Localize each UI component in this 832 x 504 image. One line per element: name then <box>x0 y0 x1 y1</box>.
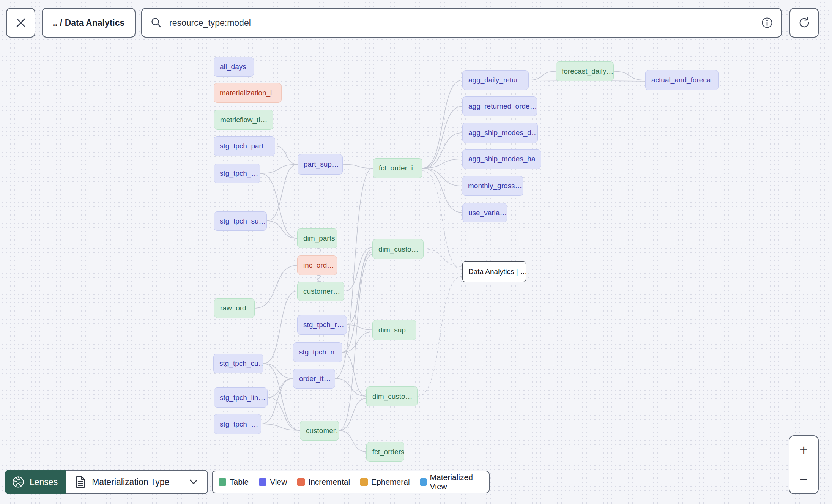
graph-node-view[interactable]: stg_tpch_… <box>214 414 261 434</box>
document-icon <box>75 476 86 488</box>
chevron-down-icon <box>189 479 198 485</box>
graph-node-view[interactable]: stg_tpch_cu… <box>213 354 263 373</box>
graph-node-table[interactable]: dim_sup… <box>372 320 416 340</box>
graph-node-table[interactable]: dim_parts <box>297 228 337 248</box>
legend-item: Incremental <box>297 477 350 487</box>
graph-node-table[interactable]: dim_custo… <box>366 386 418 406</box>
lens-selected-label: Materialization Type <box>92 477 183 487</box>
graph-node-view[interactable]: stg_tpch_n… <box>293 342 342 362</box>
graph-node-table[interactable]: fct_order_i… <box>373 158 422 178</box>
legend-swatch-view <box>259 478 266 486</box>
lenses-control: Lenses Materialization Type <box>5 470 208 494</box>
graph-node-view[interactable]: agg_returned_orde… <box>462 96 537 116</box>
graph-node-view[interactable]: stg_tpch_lin… <box>214 387 268 408</box>
graph-node-view[interactable]: agg_ship_modes_d… <box>462 123 538 143</box>
legend-label: Ephemeral <box>371 477 410 487</box>
legend-items: TableViewIncrementalEphemeralMaterialize… <box>219 473 483 491</box>
graph-node-view[interactable]: all_days <box>214 57 254 77</box>
graph-node-view[interactable]: agg_daily_retur… <box>462 70 529 90</box>
graph-node-table[interactable]: customer… <box>300 421 339 441</box>
graph-node-view[interactable]: stg_tpch_su… <box>214 211 267 231</box>
graph-node-view[interactable]: stg_tpch_… <box>214 164 260 183</box>
legend-label: Incremental <box>308 477 350 487</box>
graph-node-view[interactable]: use_varia… <box>462 203 507 222</box>
graph-node-table[interactable]: metricflow_ti… <box>214 110 273 130</box>
legend-label: Table <box>230 477 249 487</box>
legend-label: View <box>270 477 287 487</box>
legend-item: Ephemeral <box>360 477 410 487</box>
zoom-out-button[interactable]: − <box>789 465 818 494</box>
graph-node-view[interactable]: order_it… <box>293 369 335 389</box>
legend-item: View <box>259 477 287 487</box>
graph-node-table[interactable]: dim_custo… <box>372 239 424 259</box>
graph-node-view[interactable]: stg_tpch_part_… <box>214 136 275 156</box>
graph-node-view[interactable]: agg_ship_modes_ha… <box>462 149 541 169</box>
graph-node-view[interactable]: stg_tpch_r… <box>297 315 347 335</box>
legend-swatch-materialized-view <box>420 478 427 486</box>
legend: TableViewIncrementalEphemeralMaterialize… <box>212 471 490 493</box>
graph-node-view[interactable]: part_sup… <box>298 154 343 175</box>
graph-node-incremental[interactable]: inc_ord… <box>297 255 337 275</box>
graph-node-view[interactable]: monthly_gross… <box>462 176 523 196</box>
graph-node-view[interactable]: actual_and_foreca… <box>645 70 719 90</box>
legend-label: Materialized View <box>430 473 483 491</box>
lenses-label: Lenses <box>30 477 58 487</box>
graph-node-table[interactable]: customer… <box>297 282 344 301</box>
graph-node-table[interactable]: fct_orders <box>366 442 404 462</box>
zoom-in-button[interactable]: + <box>789 436 818 465</box>
graph-node-incremental[interactable]: materialization_i… <box>214 83 282 103</box>
graph-canvas: all_daysmaterialization_i…metricflow_ti…… <box>0 0 832 504</box>
legend-swatch-incremental <box>297 478 305 486</box>
legend-swatch-ephemeral <box>360 478 368 486</box>
graph-node-table[interactable]: forecast_daily… <box>556 61 614 81</box>
lenses-button[interactable]: Lenses <box>5 470 66 494</box>
zoom-controls: + − <box>789 435 819 494</box>
legend-item: Materialized View <box>420 473 483 491</box>
legend-swatch-table <box>219 478 226 486</box>
graph-node-exposure[interactable]: Data Analytics | … <box>462 261 526 282</box>
legend-item: Table <box>219 477 249 487</box>
graph-node-table[interactable]: raw_ord… <box>214 298 255 318</box>
aperture-icon <box>12 476 25 488</box>
lens-selector[interactable]: Materialization Type <box>66 470 208 494</box>
